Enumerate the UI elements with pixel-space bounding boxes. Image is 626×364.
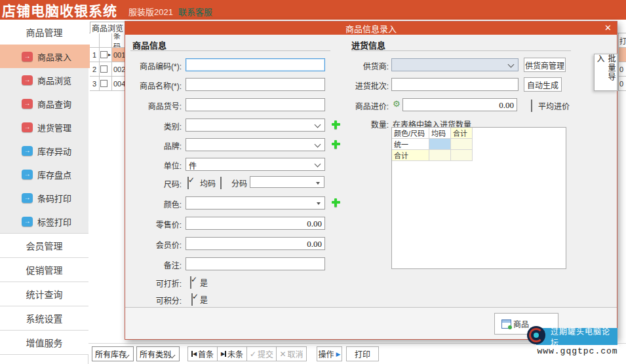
print-label: 打印 (355, 348, 370, 359)
action-button[interactable]: 操作 ▶ (317, 346, 342, 361)
arrow-icon: → (22, 122, 33, 132)
unit-select[interactable]: 件 (186, 158, 325, 171)
close-icon[interactable]: ✕ (604, 23, 612, 33)
average-cost-label: 平均进价 (538, 100, 570, 111)
split-size-checkbox[interactable] (220, 177, 222, 189)
section-purchase-info: 进货信息 (351, 39, 385, 51)
retail-price-input[interactable]: 0.00 (186, 217, 325, 230)
arrow-icon: → (22, 193, 33, 203)
submit-button[interactable]: ✓ 提交 (246, 346, 277, 361)
cancel-button[interactable]: ✕ 取消 (276, 346, 307, 361)
points-yes-label: 是 (200, 294, 208, 305)
barcode-cell: 004 (112, 77, 125, 90)
supplier-manage-button[interactable]: 供货商管理 (524, 58, 566, 72)
dropdown-arrow-icon (317, 202, 321, 205)
color-label: 颜色: (125, 198, 182, 209)
points-checkbox[interactable] (191, 293, 193, 306)
sidebar-item-product-search[interactable]: → 商品查询 (0, 92, 110, 115)
tab-product-browse[interactable]: 商品浏览 (90, 22, 125, 33)
watermark: 过期罐头电脑论坛 www.gqgtpc.com (527, 325, 619, 359)
sidebar-item-stock-count[interactable]: → 库存盘点 (0, 162, 110, 186)
product-code-input[interactable] (186, 58, 325, 71)
sidebar-group-member-mgmt[interactable]: 会员管理 (0, 233, 88, 258)
average-cost-checkbox[interactable] (531, 100, 532, 112)
table-row[interactable]: 2 002 (90, 62, 125, 77)
dropdown-arrow-icon (316, 182, 320, 185)
arrow-icon: → (22, 217, 33, 227)
product-name-input[interactable] (186, 78, 325, 91)
category-filter-select[interactable]: 所有类别 (136, 346, 180, 361)
sidebar-item-label: 库存异动 (37, 145, 71, 157)
dialog-title: 商品信息录入 (345, 22, 397, 35)
print-cell: 0 (618, 62, 626, 77)
discountable-checkbox[interactable] (190, 276, 191, 289)
color-combo[interactable] (186, 196, 325, 209)
first-record-button[interactable]: ◀ 首条 (187, 346, 218, 361)
discountable-label: 可打折: (125, 278, 182, 289)
auto-generate-button[interactable]: 自动生成 (524, 77, 562, 92)
quantity-table-header: 颜色/尺码 均码 合计 (392, 128, 566, 139)
member-price-input[interactable]: 0.00 (186, 237, 325, 250)
stock-filter-select[interactable]: 所有库存 (92, 346, 134, 361)
quantity-cell-selected[interactable] (429, 139, 451, 150)
add-brand-icon[interactable] (332, 140, 340, 149)
row-label: 统一 (392, 139, 429, 150)
sidebar-item-label: 条码打印 (37, 192, 71, 204)
section-divider (351, 50, 571, 51)
batch-input[interactable] (391, 78, 518, 91)
category-select[interactable] (186, 118, 325, 132)
quantity-table[interactable]: 颜色/尺码 均码 合计 统一 合计 (391, 127, 566, 269)
row-checkbox[interactable] (100, 51, 108, 58)
note-label: 备注: (125, 259, 182, 270)
arrow-icon: → (22, 52, 33, 62)
watermark-url: www.gqgtpc.com (536, 345, 619, 357)
uniform-size-checkbox[interactable] (187, 177, 189, 189)
table-row[interactable]: 3 004 (90, 77, 125, 91)
dialog-titlebar: 商品信息录入 (125, 22, 617, 35)
first-record-label: 首条 (198, 348, 214, 359)
cost-price-input[interactable]: 0.00 (402, 98, 517, 111)
sidebar-item-stock-change[interactable]: → 库存异动 (0, 139, 110, 162)
chevron-down-icon (315, 141, 321, 148)
row-checkbox[interactable] (100, 80, 108, 87)
last-record-label: 未条 (227, 348, 243, 359)
brand-select[interactable] (186, 138, 325, 151)
points-label: 可积分: (125, 295, 182, 306)
size-combo[interactable] (250, 176, 324, 188)
barcode-column-header: 条码 (112, 33, 125, 47)
sidebar-group-stats-query[interactable]: 统计查询 (0, 282, 88, 306)
contact-support-link[interactable]: 联系客服 (178, 5, 212, 18)
row-checkbox[interactable] (100, 65, 108, 73)
sidebar-group-system-settings[interactable]: 系统设置 (0, 306, 88, 331)
quantity-total-cell (429, 150, 451, 161)
sidebar-groups: 会员管理 促销管理 统计查询 系统设置 增值服务 (0, 233, 88, 355)
product-entry-dialog: 商品信息录入 ✕ 商品信息 进货信息 商品编码(*): 商品名称(*): 商品货… (125, 21, 617, 340)
add-color-icon[interactable] (332, 198, 340, 207)
sidebar-group-promo-mgmt[interactable]: 促销管理 (0, 258, 88, 282)
top-bar: 店铺电脑收银系统 服装版2021 联系客服 (0, 0, 626, 20)
col-uniform: 均码 (429, 128, 451, 139)
col-color-size: 颜色/尺码 (392, 128, 429, 139)
print-button[interactable]: 打印 (346, 346, 379, 361)
sidebar-group-value-services[interactable]: 增值服务 (0, 331, 88, 355)
art-number-input[interactable] (186, 98, 325, 111)
supplier-select[interactable] (391, 58, 518, 71)
sidebar-group-product-mgmt[interactable]: 商品管理 (0, 20, 88, 45)
sidebar-item-label: 商品录入 (37, 50, 71, 63)
camera-lens-icon (527, 326, 545, 344)
table-row[interactable]: 1 ▸ 001 (90, 48, 125, 62)
product-code-label: 商品编码(*): (125, 60, 182, 71)
gear-icon[interactable]: ⚙ (393, 100, 401, 108)
note-input[interactable] (186, 257, 325, 270)
last-record-button[interactable]: ▶ 未条 (217, 346, 247, 361)
sidebar-item-label: 进货管理 (37, 121, 71, 134)
sidebar-item-barcode-print[interactable]: → 条码打印 (0, 186, 110, 209)
sidebar-item-label-print[interactable]: → 标签打印 (0, 209, 110, 233)
product-name-label: 商品名称(*): (125, 80, 182, 91)
row-pointer-icon: ▸ (108, 52, 111, 58)
batch-import-button[interactable]: 批量导入 (594, 54, 617, 91)
sidebar-item-purchase-mgmt[interactable]: → 进货管理 (0, 115, 110, 139)
batch-label: 进货批次: (336, 80, 389, 91)
table-grid-icon (501, 319, 511, 329)
check-icon: ✓ (250, 350, 256, 359)
